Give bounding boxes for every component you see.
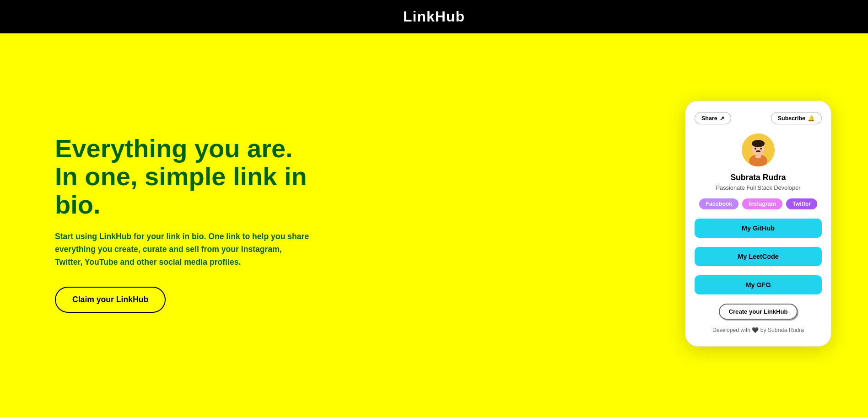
avatar [742, 134, 775, 166]
svg-point-5 [756, 150, 760, 152]
tag-instagram[interactable]: Instagram [742, 198, 782, 209]
tag-twitter[interactable]: Twitter [786, 198, 817, 209]
tag-facebook[interactable]: Facebook [699, 198, 739, 209]
bell-icon: 🔔 [808, 115, 815, 122]
main-content: Everything you are. In one, simple link … [0, 33, 868, 414]
profile-bio: Passionate Full Stack Developer [695, 184, 822, 191]
share-icon: ↗︎ [720, 115, 724, 122]
phone-top-bar: Share ↗︎ Subscribe 🔔 [695, 112, 822, 124]
headline-line2: In one, simple link in bio. [55, 162, 307, 219]
social-tags: Facebook Instagram Twitter [695, 198, 822, 209]
share-button[interactable]: Share ↗︎ [695, 112, 731, 124]
headline-line1: Everything you are. [55, 134, 293, 163]
claim-button[interactable]: Claim your LinkHub [55, 287, 166, 313]
subscribe-label: Subscribe [778, 115, 805, 122]
avatar-container [695, 134, 822, 166]
site-title: LinkHub [403, 8, 465, 25]
phone-footer: Developed with 🖤 by Subrata Rudra [695, 327, 822, 333]
avatar-svg [742, 134, 775, 166]
phone-mockup: Share ↗︎ Subscribe 🔔 [685, 101, 831, 347]
github-link-button[interactable]: My GitHub [695, 219, 822, 238]
headline: Everything you are. In one, simple link … [55, 134, 339, 219]
leetcode-link-button[interactable]: My LeetCode [695, 247, 822, 266]
gfg-link-button[interactable]: My GFG [695, 275, 822, 294]
svg-point-6 [755, 148, 756, 150]
subscribe-button[interactable]: Subscribe 🔔 [771, 112, 822, 124]
header: LinkHub [0, 0, 868, 33]
hero-section: Everything you are. In one, simple link … [55, 134, 339, 313]
svg-point-4 [752, 140, 765, 147]
create-linkhub-button[interactable]: Create your LinkHub [719, 304, 798, 320]
share-label: Share [701, 115, 717, 122]
svg-point-7 [760, 148, 762, 150]
hero-subtext: Start using LinkHub for your link in bio… [55, 230, 311, 268]
create-section: Create your LinkHub [695, 304, 822, 320]
links-section: My GitHub My LeetCode My GFG [695, 219, 822, 294]
profile-name: Subrata Rudra [695, 173, 822, 182]
heart-icon: 🖤 [752, 327, 759, 333]
